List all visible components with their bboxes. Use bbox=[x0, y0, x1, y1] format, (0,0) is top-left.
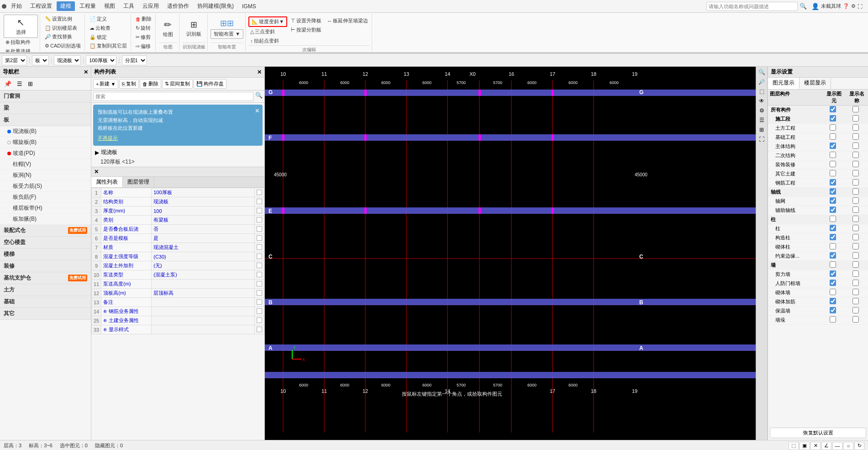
layer-check1-cell[interactable] bbox=[821, 179, 844, 187]
layer-check2[interactable] bbox=[852, 234, 859, 240]
props-row-value[interactable]: 层顶标高 bbox=[152, 289, 255, 298]
layer-check1[interactable] bbox=[830, 307, 836, 313]
set-scale-btn[interactable]: 📏设置比例 bbox=[43, 15, 83, 23]
props-row-name[interactable]: 备注 bbox=[101, 298, 152, 307]
lock-btn[interactable]: 🔒锁定 bbox=[88, 33, 129, 42]
props-row-check[interactable] bbox=[255, 243, 264, 252]
menu-cloud[interactable]: 云应用 bbox=[139, 1, 163, 11]
layer-check1-cell[interactable] bbox=[821, 289, 844, 296]
nav-item-cast-slab[interactable]: 现浇板(B) bbox=[0, 126, 91, 137]
props-row-name[interactable]: ⊕ 显示样式 bbox=[101, 325, 152, 334]
layer-check2[interactable] bbox=[852, 206, 859, 213]
layer-check1[interactable] bbox=[830, 261, 836, 268]
layer-check1[interactable] bbox=[830, 161, 836, 167]
props-row-name[interactable]: ⊕ 土建业务属性 bbox=[101, 316, 152, 325]
layer-check2[interactable] bbox=[852, 280, 859, 286]
comp-search-icon[interactable]: 🔍 bbox=[255, 92, 263, 101]
props-row-name[interactable]: 是否叠合板后浇 bbox=[101, 225, 152, 234]
layer-check1-cell[interactable] bbox=[821, 298, 844, 306]
comp-tree-expand[interactable]: ▶ 现浇板 bbox=[91, 148, 264, 157]
find-replace-btn[interactable]: 🔎查找替换 bbox=[43, 32, 83, 41]
props-row-name[interactable]: 泵送类型 bbox=[101, 270, 152, 280]
layer-check1[interactable] bbox=[830, 280, 836, 286]
smart-layout-btn[interactable]: 智能布置 ▼ bbox=[210, 29, 243, 39]
delete-comp-btn[interactable]: 🗑 删除 bbox=[140, 79, 161, 89]
menu-tools[interactable]: 工具 bbox=[120, 1, 138, 11]
layer-check1[interactable] bbox=[830, 179, 836, 185]
layer-check2-cell[interactable] bbox=[844, 143, 867, 150]
nav-tree-icon[interactable]: ⊞ bbox=[26, 79, 35, 89]
status-select-btn[interactable]: ▣ bbox=[800, 442, 810, 450]
nav-cat-other[interactable]: 其它 bbox=[0, 308, 91, 320]
layer-check1[interactable] bbox=[830, 243, 836, 249]
layer-check2[interactable] bbox=[852, 316, 859, 323]
props-row-name[interactable]: ⊕ 钢筋业务属性 bbox=[101, 307, 152, 316]
layer-check2-cell[interactable] bbox=[844, 179, 867, 187]
props-row-value[interactable]: 现浇混凝土 bbox=[152, 243, 255, 252]
identify-floors-btn[interactable]: 📋识别楼层表 bbox=[43, 24, 83, 32]
auto-align-btn[interactable]: ⊤自动平齐顶板 bbox=[88, 51, 129, 53]
delete-btn[interactable]: 🗑删除 bbox=[134, 15, 153, 23]
layer-check2-cell[interactable] bbox=[844, 280, 867, 287]
pick-element-btn[interactable]: ⊕ 抬取构件 bbox=[4, 38, 38, 47]
select-btn[interactable]: ↖ 选择 bbox=[4, 15, 38, 38]
layer-check2[interactable] bbox=[852, 133, 859, 140]
props-row-check[interactable] bbox=[255, 298, 264, 307]
layer-check2[interactable] bbox=[852, 124, 859, 131]
nav-item-floor-band[interactable]: 楼层板带(H) bbox=[0, 203, 91, 214]
comp-list-close-icon[interactable]: ✕ bbox=[257, 69, 262, 75]
props-row-name[interactable]: 名称 bbox=[101, 188, 152, 197]
subtype-select[interactable]: 现浇板 bbox=[54, 55, 81, 65]
layer-check1-cell[interactable] bbox=[821, 316, 844, 324]
status-dash-btn[interactable]: — bbox=[832, 442, 842, 450]
layer-check2[interactable] bbox=[852, 243, 859, 249]
nav-cat-foundation[interactable]: 基础 bbox=[0, 296, 91, 308]
layer-check2[interactable] bbox=[852, 115, 859, 122]
layer-check2[interactable] bbox=[852, 106, 859, 112]
props-row-check[interactable] bbox=[255, 289, 264, 298]
props-row-check[interactable] bbox=[255, 216, 264, 225]
layer-check2[interactable] bbox=[852, 161, 859, 167]
layer-check1[interactable] bbox=[830, 270, 836, 277]
status-rotate2-btn[interactable]: ↻ bbox=[854, 442, 864, 450]
restore-default-btn[interactable]: 恢复默认设置 bbox=[770, 428, 866, 438]
search-icon[interactable]: 🔍 bbox=[800, 3, 807, 10]
layer-check1-cell[interactable] bbox=[821, 252, 844, 260]
nav-item-column-cap[interactable]: 柱帽(V) bbox=[0, 159, 91, 170]
layer-check1-cell[interactable] bbox=[821, 161, 844, 169]
layer-check2-cell[interactable] bbox=[844, 197, 867, 205]
layer-check1-cell[interactable] bbox=[821, 243, 844, 251]
props-row-name[interactable]: 泵送高度(m) bbox=[101, 280, 152, 289]
nav-close-icon[interactable]: ✕ bbox=[84, 69, 88, 75]
layer-check1[interactable] bbox=[830, 234, 836, 240]
nav-item-slab-hole[interactable]: 板洞(N) bbox=[0, 170, 91, 181]
settings-icon[interactable]: ⚙ bbox=[851, 3, 856, 9]
help-icon[interactable]: ❓ bbox=[843, 3, 849, 9]
layer-check1[interactable] bbox=[830, 106, 836, 112]
layer-check1-cell[interactable] bbox=[821, 170, 844, 178]
menu-quantity[interactable]: 工程量 bbox=[76, 1, 100, 11]
copy-comp-btn[interactable]: ⎘ 复制 bbox=[119, 79, 139, 89]
layer-check1[interactable] bbox=[830, 216, 836, 222]
cad-options-btn[interactable]: ⚙CAD识别选项 bbox=[43, 42, 83, 50]
layer-check1-cell[interactable] bbox=[821, 143, 844, 150]
nav-item-slab-haunch[interactable]: 板加腋(B) bbox=[0, 214, 91, 225]
search-input[interactable] bbox=[706, 2, 798, 11]
layer-check1[interactable] bbox=[830, 316, 836, 323]
layer-check2[interactable] bbox=[852, 170, 859, 176]
layer-check1-cell[interactable] bbox=[821, 197, 844, 205]
nav-cat-decor[interactable]: 装修 bbox=[0, 260, 91, 272]
layer-check2-cell[interactable] bbox=[844, 152, 867, 159]
menu-collab[interactable]: 遗价协作 bbox=[163, 1, 193, 11]
props-row-name[interactable]: 混凝土强度等级 bbox=[101, 252, 152, 261]
layer-check1-cell[interactable] bbox=[821, 152, 844, 159]
layer-check2-cell[interactable] bbox=[844, 188, 867, 196]
thickness-select[interactable]: 100厚板 bbox=[86, 55, 116, 65]
layer-check2-cell[interactable] bbox=[844, 298, 867, 306]
props-row-value[interactable] bbox=[152, 316, 255, 325]
props-row-check[interactable] bbox=[255, 252, 264, 261]
layer-check2-cell[interactable] bbox=[844, 115, 867, 123]
nav-list-icon[interactable]: ☰ bbox=[15, 79, 25, 89]
layer-check1-cell[interactable] bbox=[821, 115, 844, 123]
layer-check2-cell[interactable] bbox=[844, 261, 867, 269]
